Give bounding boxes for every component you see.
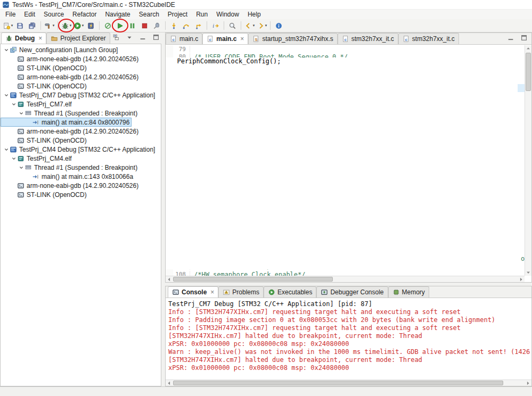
editor-tab-startup-stm32h747xihx-s[interactable]: Sstartup_stm32h747xihx.s	[248, 33, 337, 44]
code-text[interactable]: /*HW semaphore Clock enable*/	[190, 271, 306, 276]
tree-row[interactable]: Thread #1 (Suspended : Breakpoint)	[1, 109, 140, 118]
scroll-up-icon[interactable]	[525, 45, 531, 52]
tree-row[interactable]: arm-none-eabi-gdb (14.2.90.20240526)	[1, 54, 141, 63]
chevron-down-icon[interactable]: ▾	[265, 23, 267, 28]
breakpoint-ruler-cell[interactable]	[166, 45, 173, 53]
tree-row[interactable]: ST-LINK (OpenOCD)	[1, 190, 89, 199]
console-output[interactable]: TestPrj_CM7 Debug [STM32 C/C++ Applicati…	[166, 299, 531, 380]
menu-project[interactable]: Project	[163, 10, 192, 19]
scroll-left-icon[interactable]	[166, 276, 173, 282]
chevron-down-icon[interactable]: ▾	[70, 23, 72, 28]
run-button[interactable]: ▾	[73, 20, 84, 31]
close-icon[interactable]: ×	[210, 288, 214, 296]
tree-row[interactable]: TestPrj_CM7.elf	[1, 100, 74, 109]
skip-breakpoints-button[interactable]	[102, 20, 113, 31]
tree-row[interactable]: arm-none-eabi-gdb (14.2.90.20240526)	[1, 127, 141, 136]
menu-search[interactable]: Search	[135, 10, 163, 19]
menu-source[interactable]: Source	[39, 10, 68, 19]
menu-edit[interactable]: Edit	[20, 10, 39, 19]
tree-row[interactable]: TestPrj_CM7 Debug [STM32 C/C++ Applicati…	[1, 90, 157, 100]
console-tab-executables[interactable]: Executables	[264, 286, 316, 298]
step-return-button[interactable]	[193, 20, 204, 31]
line-number[interactable]: 79	[173, 46, 190, 53]
editor-vertical-scrollbar[interactable]	[525, 45, 531, 276]
tree-row[interactable]: arm-none-eabi-gdb (14.2.90.20240526)	[1, 72, 141, 81]
editor-tab-stm32h7xx-it-c[interactable]: cstm32h7xx_it.c	[338, 33, 398, 44]
console-tab-debugger-console[interactable]: Debugger Console	[316, 286, 388, 298]
tree-row[interactable]: ST-LINK (OpenOCD)	[1, 63, 89, 72]
tree-row[interactable]: TestPrj_CM4.elf	[1, 154, 74, 163]
menu-navigate[interactable]: Navigate	[101, 10, 134, 19]
editor-tab-main-c[interactable]: cmain.c	[166, 33, 202, 44]
tree-row[interactable]: New_configuration [Launch Group]	[1, 45, 120, 54]
tree-row[interactable]: ST-LINK (OpenOCD)	[1, 136, 89, 145]
flash-button[interactable]	[85, 20, 96, 31]
scrollbar-thumb[interactable]	[173, 381, 503, 385]
console-tab-memory[interactable]: Memory	[388, 286, 429, 298]
scrollbar-thumb[interactable]	[526, 53, 531, 91]
info-button[interactable]	[273, 20, 284, 31]
back-button[interactable]: ▾	[244, 20, 255, 31]
console-tab-console[interactable]: Console×	[168, 286, 218, 298]
tree-row[interactable]: TestPrj_CM4 Debug [STM32 C/C++ Applicati…	[1, 145, 157, 154]
save-button[interactable]	[14, 20, 26, 31]
close-icon[interactable]: ×	[38, 35, 42, 42]
collapse-all-icon[interactable]	[111, 31, 122, 43]
line-number[interactable]: 108	[173, 271, 190, 276]
menu-run[interactable]: Run	[192, 10, 212, 19]
instruction-step-button[interactable]: i	[210, 20, 221, 31]
scroll-right-icon[interactable]	[525, 380, 531, 386]
code-text[interactable]: PeriphCommonClock_Config();	[166, 57, 518, 269]
editor-tab-stm32h7xx-it-c[interactable]: cstm32h7xx_it.c	[398, 33, 459, 44]
chevron-down-icon[interactable]	[10, 101, 17, 108]
search-button[interactable]	[227, 20, 238, 31]
editor-tab-main-c[interactable]: cmain.c×	[202, 33, 248, 44]
tree-row[interactable]: main() at main.c:84 0x8000796	[1, 118, 132, 127]
suspend-button[interactable]	[127, 20, 138, 31]
view-tab-project-explorer[interactable]: Project Explorer	[46, 32, 110, 44]
scroll-left-icon[interactable]	[166, 380, 173, 386]
menu-file[interactable]: File	[1, 10, 20, 19]
chevron-down-icon[interactable]: ▾	[53, 23, 55, 28]
save-all-button[interactable]	[27, 20, 38, 31]
menu-refactor[interactable]: Refactor	[68, 10, 101, 19]
step-over-button[interactable]	[181, 20, 192, 31]
view-tab-debug[interactable]: Debug×	[1, 32, 46, 44]
minimize-icon[interactable]	[137, 31, 149, 43]
disconnect-button[interactable]	[151, 20, 162, 31]
tree-row[interactable]: arm-none-eabi-gdb (14.2.90.20240526)	[1, 181, 141, 190]
step-into-button[interactable]	[168, 20, 179, 31]
tree-row[interactable]: Thread #1 (Suspended : Breakpoint)	[1, 163, 140, 172]
console-tab-problems[interactable]: Problems	[218, 286, 264, 298]
new-wizard-button[interactable]: ▾	[2, 20, 13, 31]
chevron-down-icon[interactable]	[3, 47, 10, 53]
scrollbar-thumb[interactable]	[173, 277, 333, 282]
terminate-button[interactable]	[139, 20, 150, 31]
scroll-down-icon[interactable]	[525, 269, 531, 276]
tree-row[interactable]: main() at main.c:143 0x810066a	[1, 172, 135, 181]
editor-horizontal-scrollbar[interactable]	[166, 276, 525, 282]
tree-row[interactable]: ST-LINK (OpenOCD)	[1, 81, 89, 90]
console-horizontal-scrollbar[interactable]	[166, 380, 531, 386]
forward-button[interactable]: ▾	[256, 20, 267, 31]
chevron-down-icon[interactable]	[10, 155, 17, 162]
debug-bug-button[interactable]: ▾	[61, 20, 72, 31]
chevron-down-icon[interactable]	[3, 146, 10, 153]
menu-window[interactable]: Window	[212, 10, 243, 19]
chevron-down-icon[interactable]	[18, 164, 24, 171]
maximize-icon[interactable]	[518, 32, 529, 43]
chevron-down-icon[interactable]: ▾	[82, 23, 84, 28]
scroll-right-icon[interactable]	[518, 276, 525, 282]
resume-button[interactable]	[114, 20, 126, 31]
chevron-down-icon[interactable]	[18, 110, 24, 117]
chevron-down-icon[interactable]: ▾	[253, 23, 255, 28]
menu-help[interactable]: Help	[243, 10, 265, 19]
maximize-icon[interactable]	[151, 31, 162, 43]
close-icon[interactable]: ×	[240, 35, 244, 43]
chevron-down-icon[interactable]	[3, 92, 10, 98]
minimize-icon[interactable]	[505, 32, 516, 43]
view-menu-icon[interactable]	[124, 31, 135, 43]
chevron-down-icon[interactable]: ▾	[11, 23, 13, 28]
build-hammer-button[interactable]: ▾	[44, 20, 55, 31]
code-editor[interactable]: 79 int32_t timeout;80/* USER CODE END Bo…	[166, 45, 525, 276]
